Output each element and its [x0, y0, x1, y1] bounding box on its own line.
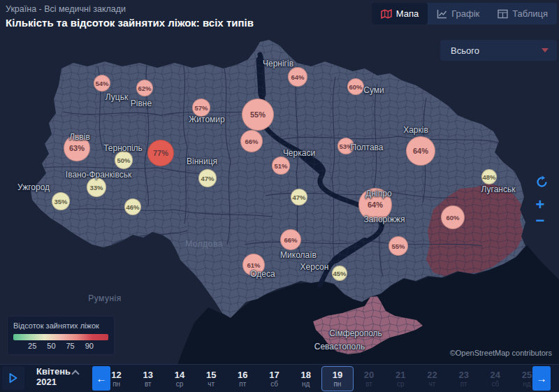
- day-number: 24: [491, 370, 500, 380]
- weekday-label: пт: [239, 380, 246, 389]
- weekday-label: пн: [112, 380, 120, 389]
- city-label: Луганськ: [481, 184, 516, 194]
- tab-table[interactable]: Таблиця: [488, 3, 557, 24]
- day-number: 25: [522, 370, 532, 380]
- day-cell-19[interactable]: 19пн: [321, 366, 353, 391]
- chart-icon: [437, 9, 447, 19]
- view-tabs: МапаГрафікТаблиця: [372, 3, 557, 24]
- day-number: 19: [333, 370, 342, 380]
- day-number: 21: [395, 370, 405, 380]
- city-label: Черкаси: [283, 148, 315, 158]
- tab-label: Таблиця: [512, 8, 548, 19]
- minus-icon: −: [536, 213, 545, 228]
- timeline-bar: Квітень 2021 ← 12пн13вт14ср15чт16пт17сб1…: [0, 364, 559, 392]
- play-icon: [8, 372, 18, 384]
- legend-tick: 75: [66, 342, 74, 350]
- header: Україна - Всі медичні заклади Кількість …: [6, 4, 254, 29]
- dropdown-value: Всього: [451, 45, 479, 56]
- weekday-label: вт: [145, 380, 152, 389]
- table-icon: [498, 9, 508, 19]
- weekday-label: пн: [333, 380, 341, 389]
- day-cell-20[interactable]: 20вт: [354, 366, 385, 391]
- tab-map[interactable]: Мапа: [372, 3, 428, 24]
- city-label: Луцьк: [106, 92, 128, 102]
- city-label: Херсон: [300, 262, 329, 272]
- legend-panel: Відсоток зайнятих ліжок 25507590: [7, 316, 115, 355]
- day-number: 18: [300, 370, 310, 380]
- city-label: Ужгород: [17, 182, 50, 192]
- zoom-out-button[interactable]: −: [531, 212, 549, 230]
- city-label: Рівне: [131, 99, 152, 108]
- day-cell-22[interactable]: 22чт: [416, 366, 448, 391]
- day-cell-17[interactable]: 17сб: [259, 366, 290, 391]
- city-label: Дніпро: [365, 189, 391, 198]
- weekday-label: нд: [523, 380, 530, 389]
- legend-title: Відсоток зайнятих ліжок: [13, 321, 108, 330]
- city-label: Івано-Франківськ: [66, 170, 131, 180]
- page-title: Кількість та відсоток зайнятих ліжок: вс…: [6, 17, 254, 29]
- city-label: Одеса: [250, 269, 275, 279]
- day-cell-15[interactable]: 15чт: [196, 366, 227, 391]
- day-cell-24[interactable]: 24сб: [479, 366, 511, 391]
- tab-label: Графік: [451, 8, 479, 19]
- weekday-label: сб: [491, 380, 499, 389]
- city-label: Миколаїв: [280, 250, 317, 260]
- weekday-label: ср: [397, 380, 405, 389]
- month-label: Квітень: [36, 366, 71, 377]
- day-cell-14[interactable]: 14ср: [164, 366, 195, 391]
- refresh-button[interactable]: [532, 173, 551, 191]
- day-number: 20: [364, 370, 374, 380]
- day-cell-21[interactable]: 21ср: [385, 366, 416, 391]
- city-label: Суми: [363, 85, 384, 95]
- city-label: Вінниця: [187, 157, 217, 166]
- legend-tick: 50: [47, 342, 55, 350]
- tab-chart[interactable]: Графік: [428, 3, 488, 24]
- city-label: Полтава: [351, 143, 384, 152]
- country-label: Румунія: [88, 293, 122, 303]
- legend-tick: 90: [85, 342, 94, 350]
- month-selector[interactable]: Квітень 2021: [36, 366, 71, 387]
- day-number: 23: [458, 370, 468, 380]
- weekday-label: чт: [429, 380, 436, 389]
- city-label: Севастополь: [314, 342, 365, 351]
- city-label: Чернігів: [263, 59, 293, 68]
- city-label: Тернопіль: [103, 143, 143, 153]
- weekday-label: чт: [208, 380, 215, 389]
- city-label: Житомир: [189, 115, 224, 124]
- country-label: Молдова: [185, 239, 223, 249]
- day-number: 22: [427, 370, 437, 380]
- city-label: Сімферополь: [329, 328, 382, 338]
- day-strip: 12пн13вт14ср15чт16пт17сб18нд19пн20вт21ср…: [101, 365, 543, 392]
- city-label: Львів: [69, 132, 90, 142]
- chevron-up-icon[interactable]: [71, 370, 79, 377]
- day-cell-23[interactable]: 23пт: [448, 366, 479, 391]
- legend-tick: 25: [28, 342, 36, 350]
- map-icon: [381, 9, 392, 19]
- map-attribution: ©OpenStreetMap contributors: [450, 349, 552, 357]
- year-label: 2021: [36, 377, 71, 387]
- day-number: 15: [206, 370, 216, 380]
- legend-gradient-bar: [13, 334, 108, 340]
- day-number: 14: [175, 370, 184, 380]
- plus-icon: +: [536, 197, 545, 212]
- day-cell-18[interactable]: 18нд: [290, 366, 321, 391]
- previous-day-button[interactable]: ←: [92, 366, 110, 391]
- day-number: 16: [238, 370, 247, 380]
- next-day-button[interactable]: →: [532, 366, 551, 391]
- tab-label: Мапа: [396, 8, 419, 19]
- legend-ticks: 25507590: [13, 342, 108, 351]
- weekday-label: вт: [365, 380, 372, 389]
- weekday-label: пт: [460, 380, 467, 389]
- total-filter-dropdown[interactable]: Всього: [440, 40, 557, 61]
- play-button[interactable]: [2, 366, 24, 390]
- day-number: 13: [143, 370, 153, 380]
- city-label: Харків: [403, 125, 428, 135]
- day-number: 12: [111, 370, 121, 380]
- weekday-label: ср: [176, 380, 184, 389]
- dashboard: 54%62%57%63%50%77%33%35%46%47%55%66%51%4…: [0, 0, 559, 392]
- day-cell-13[interactable]: 13вт: [132, 366, 164, 391]
- chevron-down-icon: [542, 48, 549, 52]
- day-number: 17: [269, 370, 279, 380]
- weekday-label: сб: [270, 380, 278, 389]
- day-cell-16[interactable]: 16пт: [227, 366, 259, 391]
